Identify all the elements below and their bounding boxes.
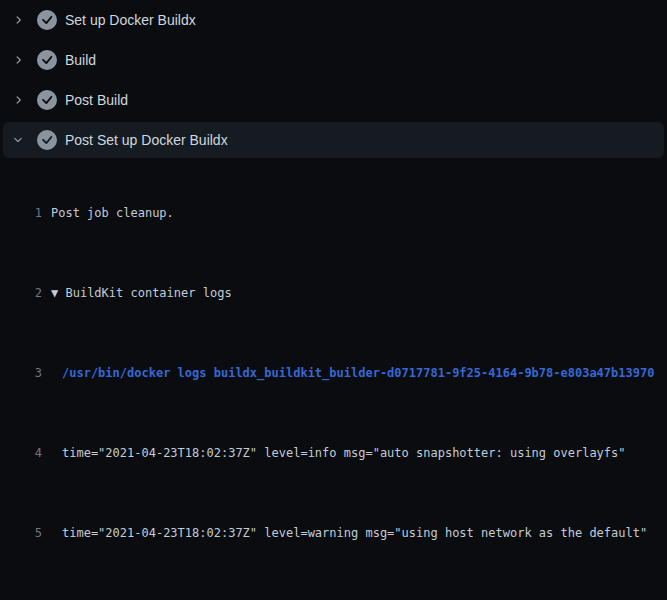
check-circle-icon xyxy=(37,130,57,150)
log-line-number[interactable]: 4 xyxy=(0,443,42,463)
chevron-down-icon xyxy=(12,132,24,148)
step-row-1[interactable]: Build xyxy=(0,40,667,80)
log-line-text: ▼ BuildKit container logs xyxy=(42,283,232,303)
group-caret-icon[interactable]: ▼ xyxy=(51,286,65,300)
log-line-number[interactable]: 5 xyxy=(0,523,42,543)
chevron-right-icon xyxy=(12,92,24,108)
check-circle-icon xyxy=(37,90,57,110)
step-label: Build xyxy=(65,52,96,68)
check-circle-icon xyxy=(37,10,57,30)
log-line: 4 time="2021-04-23T18:02:37Z" level=info… xyxy=(0,443,667,463)
log-line: 2 ▼ BuildKit container logs xyxy=(0,283,667,303)
log-line-text: time="2021-04-23T18:02:37Z" level=warnin… xyxy=(42,523,647,543)
log-line-number[interactable]: 3 xyxy=(0,363,42,383)
step-label: Post Set up Docker Buildx xyxy=(65,132,228,148)
step-row-0[interactable]: Set up Docker Buildx xyxy=(0,0,667,40)
step-row-2[interactable]: Post Build xyxy=(0,80,667,120)
steps-list: Set up Docker Buildx Build Post Build Po… xyxy=(0,0,667,158)
log-line: 5 time="2021-04-23T18:02:37Z" level=warn… xyxy=(0,523,667,543)
log-line-number[interactable]: 2 xyxy=(0,283,42,303)
step-label: Set up Docker Buildx xyxy=(65,12,196,28)
log-panel: 1 Post job cleanup. 2 ▼ BuildKit contain… xyxy=(0,160,667,600)
group-label[interactable]: BuildKit container logs xyxy=(65,286,231,300)
log-line: 1 Post job cleanup. xyxy=(0,203,667,223)
log-line-text: time="2021-04-23T18:02:37Z" level=info m… xyxy=(42,443,626,463)
step-row-3[interactable]: Post Set up Docker Buildx xyxy=(3,122,664,158)
check-circle-icon xyxy=(37,50,57,70)
log-line: 3 /usr/bin/docker logs buildx_buildkit_b… xyxy=(0,363,667,383)
log-command-text: /usr/bin/docker logs buildx_buildkit_bui… xyxy=(42,363,654,383)
chevron-right-icon xyxy=(12,12,24,28)
step-label: Post Build xyxy=(65,92,128,108)
log-line-number[interactable]: 1 xyxy=(0,203,42,223)
log-line-text: Post job cleanup. xyxy=(42,203,174,223)
chevron-right-icon xyxy=(12,52,24,68)
